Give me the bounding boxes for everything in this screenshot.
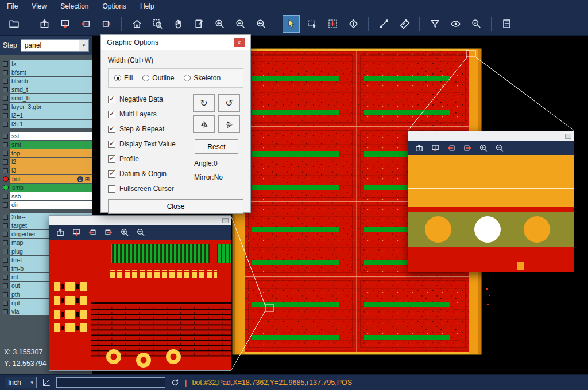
layer-down-button[interactable] [69,226,83,239]
command-input[interactable] [56,377,165,388]
move-select-button[interactable] [324,15,341,33]
magnifier-view[interactable] [408,155,574,272]
zoom-out-button[interactable] [231,15,249,33]
checkbox-datum-origin[interactable]: Datum & Origin [108,169,189,179]
layer-name[interactable]: bfsmt [10,68,92,76]
layer-visibility-checkbox[interactable] [3,202,8,208]
layer-name[interactable]: smd_b [10,94,92,102]
menu-selection[interactable]: Selection [60,2,88,10]
unit-select[interactable]: Inch ▾ [5,377,37,388]
layer-right-button[interactable] [461,142,474,154]
zoom-in-button[interactable] [477,142,490,154]
layer-left-button[interactable] [77,15,94,33]
layer-visibility-checkbox[interactable] [3,249,8,254]
rotate-cw-button[interactable]: ↻ [193,94,215,112]
layer-visibility-checkbox[interactable] [3,232,8,237]
radio-skeleton[interactable]: Skeleton [184,74,220,82]
report-button[interactable] [498,15,515,33]
zoom-in-button[interactable] [211,15,228,33]
layer-name[interactable]: bot1⊞ [10,175,92,183]
layer-name[interactable]: bfsmb [10,77,92,85]
layer-down-button[interactable] [56,15,74,33]
measure-line-button[interactable] [375,15,392,33]
layer-visibility-checkbox[interactable] [3,258,8,263]
layer-right-button[interactable] [98,15,115,33]
menu-help[interactable]: Help [140,2,154,10]
zoom-out-button[interactable] [134,226,148,239]
layer-name[interactable]: dir [10,201,92,209]
layer-name[interactable]: smt [10,141,92,149]
layer-name[interactable]: smd_t [10,85,92,93]
active-layer-indicator[interactable] [3,185,9,190]
layer-visibility-checkbox[interactable] [3,292,8,297]
menu-view[interactable]: View [32,2,47,10]
active-layer-indicator[interactable] [3,176,9,182]
mirror-horizontal-button[interactable] [193,115,215,133]
minimize-icon[interactable] [565,134,571,139]
layer-visibility-checkbox[interactable] [3,70,8,75]
checkbox-display-text-value[interactable]: Display Text Value [108,139,189,149]
zoom-in-button[interactable] [118,226,131,239]
checkbox-multi-layers[interactable]: Multi Layers [108,109,189,119]
layer-right-button[interactable] [102,226,115,239]
layer-visibility-checkbox[interactable] [3,283,8,288]
layer-visibility-checkbox[interactable] [3,113,8,118]
layer-left-button[interactable] [444,142,458,154]
layer-visibility-checkbox[interactable] [3,61,8,67]
filter-button[interactable] [426,15,443,33]
layer-name[interactable]: l3+1 [10,120,92,128]
close-button[interactable]: Close [108,199,243,214]
layer-visibility-checkbox[interactable] [3,214,8,220]
magnifier-titlebar[interactable] [408,131,574,141]
layer-visibility-checkbox[interactable] [3,96,8,101]
layer-visibility-checkbox[interactable] [3,194,8,199]
mirror-vertical-button[interactable] [218,115,240,133]
zoom-window-button[interactable] [149,15,166,33]
layer-name[interactable]: layer_3.gbr [10,103,92,111]
layer-left-button[interactable] [86,226,99,239]
layer-name[interactable]: fx [10,60,92,68]
layer-name[interactable]: smb [10,184,92,192]
layer-visibility-checkbox[interactable] [3,309,8,314]
layer-up-button[interactable] [412,142,426,154]
dialog-titlebar[interactable]: Graphic Options × [101,35,250,50]
checkbox-negative-data[interactable]: Negative Data [108,94,189,104]
visibility-button[interactable] [447,15,464,33]
layer-visibility-checkbox[interactable] [3,168,8,173]
layer-visibility-checkbox[interactable] [3,87,8,92]
sketch-button[interactable] [190,15,207,33]
close-icon[interactable]: × [234,38,245,47]
find-button[interactable] [467,15,485,33]
layer-visibility-checkbox[interactable] [3,142,8,147]
home-view-button[interactable] [128,15,145,33]
layer-visibility-checkbox[interactable] [3,266,8,271]
zoom-previous-button[interactable] [252,15,269,33]
checkbox-profile[interactable]: Profile [108,154,189,164]
step-select[interactable]: panel ▾ [21,39,89,52]
open-button[interactable] [5,15,22,33]
menu-options[interactable]: Options [103,2,126,10]
layer-visibility-checkbox[interactable] [3,79,8,84]
pan-button[interactable] [169,15,187,33]
layer-visibility-checkbox[interactable] [3,151,8,156]
layer-up-button[interactable] [36,15,53,33]
snap-angle-icon[interactable] [42,378,51,387]
reset-button[interactable]: Reset [195,139,238,154]
checkbox-fullscreen-cursor[interactable]: Fullscreen Cursor [108,184,189,194]
rotate-ccw-button[interactable]: ↺ [218,94,240,112]
radio-fill[interactable]: Fill [114,74,133,82]
layer-down-button[interactable] [428,142,442,154]
menu-file[interactable]: File [7,2,18,10]
layer-visibility-checkbox[interactable] [3,223,8,228]
marquee-select-button[interactable] [303,15,320,33]
radio-outline[interactable]: Outline [142,74,174,82]
layer-up-button[interactable] [53,226,67,239]
layer-visibility-checkbox[interactable] [3,240,8,245]
select-tool-button[interactable] [283,15,300,33]
layer-name[interactable]: ssb [10,192,92,200]
magnifier-view[interactable] [49,240,231,370]
layer-name[interactable]: l3 [10,166,92,174]
layer-visibility-checkbox[interactable] [3,159,8,165]
layer-visibility-checkbox[interactable] [3,301,8,306]
layer-visibility-checkbox[interactable] [3,134,8,139]
